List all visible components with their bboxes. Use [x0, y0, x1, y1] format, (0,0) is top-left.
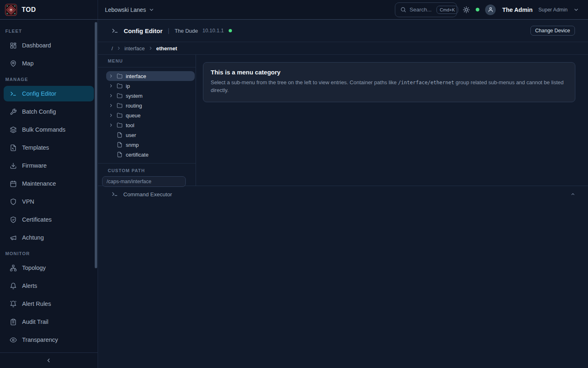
- chevron-right-icon[interactable]: [109, 74, 117, 79]
- sidebar-item-label: Config Editor: [22, 90, 56, 97]
- clipboard-icon: [10, 319, 17, 325]
- sidebar-item-topology[interactable]: Topology: [4, 260, 94, 276]
- sidebar-item-label: Batch Config: [22, 108, 56, 115]
- tree-item-user[interactable]: user: [106, 130, 195, 140]
- sidebar-item-config-editor[interactable]: Config Editor: [4, 86, 94, 101]
- topbar: TOD Lebowski Lanes Cmd+K The Admin Super…: [0, 0, 588, 20]
- sidebar-scrollbar[interactable]: [95, 22, 97, 268]
- layers-icon: [10, 126, 17, 133]
- sidebar-item-transparency[interactable]: Transparency: [4, 332, 94, 348]
- tree-item-label: routing: [126, 103, 142, 109]
- sidebar-item-vpn[interactable]: VPN: [4, 194, 94, 209]
- folder-icon: [117, 122, 126, 128]
- info-card-text: Select a sub-menu from the tree on the l…: [211, 79, 568, 94]
- file-icon: [117, 142, 126, 148]
- sidebar-item-label: Certificates: [22, 216, 52, 223]
- menu-tree-panel: MENU interfaceipsystemroutingqueuetoolus…: [98, 55, 196, 186]
- custom-path-label: CUSTOM PATH: [98, 168, 196, 176]
- page-header: Config Editor | The Dude 10.10.1.1 Chang…: [98, 20, 588, 42]
- command-executor-label: Command Executor: [123, 191, 172, 197]
- tree-item-interface[interactable]: interface: [106, 71, 195, 81]
- tree-item-system[interactable]: system: [106, 91, 195, 101]
- global-search[interactable]: Cmd+K: [395, 2, 457, 17]
- tree-item-label: system: [126, 93, 143, 99]
- connection-status-dot: [476, 8, 479, 11]
- change-device-button[interactable]: Change Device: [530, 26, 575, 36]
- sidebar-item-maintenance[interactable]: Maintenance: [4, 176, 94, 191]
- chevron-right-icon[interactable]: [109, 103, 117, 108]
- search-input[interactable]: [410, 7, 433, 13]
- workspace: MENU interfaceipsystemroutingqueuetoolus…: [98, 55, 588, 186]
- breadcrumb-root[interactable]: /: [111, 45, 113, 52]
- info-card-title: This is a menu category: [211, 69, 568, 76]
- breadcrumb-current: ethernet: [156, 45, 177, 52]
- sidebar-item-dashboard[interactable]: Dashboard: [4, 38, 94, 53]
- sidebar-item-achtung[interactable]: Achtung: [4, 230, 94, 245]
- sidebar-item-map[interactable]: Map: [4, 56, 94, 71]
- folder-icon: [117, 93, 126, 99]
- menu-panel-heading: MENU: [98, 58, 196, 67]
- tree-item-label: interface: [126, 73, 146, 79]
- device-name: The Dude: [175, 28, 198, 34]
- sidebar-item-alerts[interactable]: Alerts: [4, 278, 94, 294]
- terminal-icon: [111, 27, 118, 34]
- sidebar-item-label: Alert Rules: [22, 301, 51, 307]
- sidebar-item-label: Map: [22, 60, 33, 67]
- shield-icon: [10, 198, 17, 205]
- calendar-icon: [10, 180, 17, 187]
- user-role: Super Admin: [538, 7, 568, 13]
- command-executor-bar[interactable]: Command Executor: [98, 186, 588, 202]
- sidebar-item-label: Bulk Commands: [22, 126, 65, 133]
- menu-category-info-card: This is a menu category Select a sub-men…: [203, 62, 575, 102]
- topbar-right: Cmd+K The Admin Super Admin: [395, 2, 588, 17]
- chevron-right-icon[interactable]: [109, 113, 117, 118]
- sidebar-section-fleet: FLEETDashboardMap: [0, 29, 98, 71]
- tree-item-certificate[interactable]: certificate: [106, 150, 195, 159]
- sidebar-item-label: Audit Trail: [22, 319, 48, 325]
- tree-item-label: ip: [126, 83, 130, 89]
- theme-toggle-sun-icon[interactable]: [463, 6, 470, 13]
- org-switcher[interactable]: Lebowski Lanes: [105, 7, 154, 13]
- sidebar-item-alert-rules[interactable]: Alert Rules: [4, 296, 94, 312]
- org-name: Lebowski Lanes: [105, 7, 146, 13]
- tree-item-tool[interactable]: tool: [106, 120, 195, 130]
- sidebar-item-certificates[interactable]: Certificates: [4, 212, 94, 227]
- folder-icon: [117, 83, 126, 89]
- tree-item-label: snmp: [126, 142, 139, 148]
- info-text-before: Select a sub-menu from the tree on the l…: [211, 79, 398, 85]
- chevron-right-icon[interactable]: [109, 93, 117, 98]
- avatar[interactable]: [485, 4, 496, 15]
- tree-item-queue[interactable]: queue: [106, 110, 195, 120]
- sidebar-collapse-button[interactable]: [0, 352, 98, 368]
- tree-item-routing[interactable]: routing: [106, 101, 195, 110]
- sidebar-item-label: Achtung: [22, 234, 44, 241]
- sidebar-item-label: Templates: [22, 144, 49, 151]
- sidebar-item-batch-config[interactable]: Batch Config: [4, 104, 94, 119]
- map-pin-icon: [10, 60, 17, 67]
- device-online-dot: [229, 29, 232, 32]
- tree-item-label: tool: [126, 122, 134, 128]
- sidebar-item-firmware[interactable]: Firmware: [4, 158, 94, 173]
- chevron-right-icon[interactable]: [109, 83, 117, 88]
- sidebar-section-manage: MANAGEConfig EditorBatch ConfigBulk Comm…: [0, 77, 98, 245]
- sidebar-item-bulk-commands[interactable]: Bulk Commands: [4, 122, 94, 137]
- sidebar-item-templates[interactable]: Templates: [4, 140, 94, 155]
- file-icon: [117, 152, 126, 157]
- breadcrumb-interface[interactable]: interface: [125, 45, 145, 52]
- topology-icon: [10, 265, 17, 272]
- chevron-right-icon: [148, 46, 153, 51]
- sidebar-item-audit-trail[interactable]: Audit Trail: [4, 314, 94, 330]
- chevron-right-icon[interactable]: [109, 123, 117, 128]
- page-title: Config Editor: [124, 27, 163, 34]
- tree-item-ip[interactable]: ip: [106, 81, 195, 91]
- sidebar-item-label: Topology: [22, 265, 46, 271]
- sidebar-item-label: VPN: [22, 198, 34, 205]
- bell-ring-icon: [10, 301, 17, 307]
- custom-path-input[interactable]: [102, 176, 186, 187]
- folder-icon: [117, 112, 126, 118]
- search-icon: [400, 7, 406, 13]
- dashboard-icon: [10, 42, 17, 49]
- chevron-up-icon[interactable]: [570, 191, 576, 197]
- tree-item-snmp[interactable]: snmp: [106, 140, 195, 150]
- user-menu-chevron-down-icon[interactable]: [573, 7, 579, 13]
